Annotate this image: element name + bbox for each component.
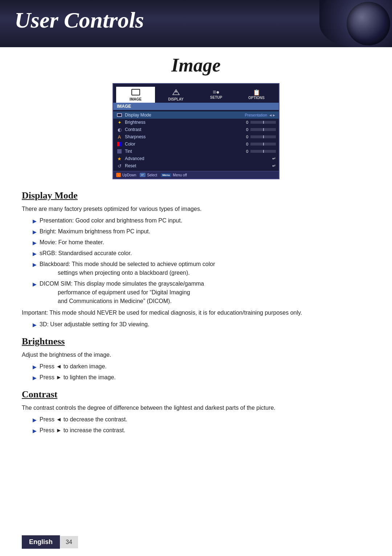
osd-contrast-slider-fill	[263, 128, 264, 131]
osd-tab-setup-label: SETUP	[198, 95, 234, 99]
menu-icon: Menu	[161, 173, 171, 177]
osd-reset-enter: ↵	[272, 163, 276, 168]
advanced-star-icon: ★	[117, 156, 122, 162]
contrast-list: ▶ Press ◄ to decrease the contrast. ▶ Pr…	[33, 415, 370, 435]
list-item: ▶ Press ► to increase the contrast.	[33, 426, 370, 435]
osd-brightness-slider-fill	[263, 121, 264, 124]
bullet-text: Press ◄ to darken image.	[40, 362, 370, 371]
bullet-arrow-icon: ▶	[33, 281, 37, 288]
list-item: ▶ Blackboard: This mode should be select…	[33, 260, 370, 277]
osd-sharpness-slider-fill	[263, 135, 264, 138]
osd-brightness-label: Brightness	[125, 120, 241, 125]
bullet-arrow-icon: ▶	[33, 374, 37, 382]
osd-tab-display[interactable]: DISPLAY	[156, 87, 195, 103]
bullet-arrow-icon: ▶	[33, 228, 37, 236]
bullet-arrow-icon: ▶	[33, 239, 37, 247]
bullet-arrow-icon: ▶	[33, 217, 37, 225]
sharpness-icon: A	[116, 134, 123, 139]
select-icon: ↵	[140, 173, 146, 177]
osd-tab-display-label: DISPLAY	[158, 97, 194, 101]
osd-reset-label: Reset	[125, 163, 272, 168]
osd-advanced-enter: ↵	[272, 156, 276, 161]
osd-sharpness-label: Sharpness	[125, 134, 241, 139]
display-mode-icon	[116, 113, 123, 118]
display-mode-list: ▶ Presentation: Good color and brightnes…	[33, 216, 370, 306]
osd-options-icon: 📋	[238, 89, 274, 96]
osd-display-mode-arrows: ◄►	[269, 113, 276, 117]
osd-color-slider	[250, 143, 276, 146]
list-item: ▶ Movie: For home theater.	[33, 238, 370, 247]
list-item: ▶ Press ◄ to darken image.	[33, 362, 370, 371]
osd-row-sharpness[interactable]: A Sharpness 0	[113, 133, 279, 140]
bullet-text: Blackboard: This mode should be selected…	[40, 260, 370, 277]
osd-tint-label: Tint	[125, 149, 241, 154]
page-footer: English 34	[0, 535, 392, 549]
osd-tab-options[interactable]: 📋 OPTIONS	[237, 87, 276, 103]
image-section-title: Image	[22, 54, 370, 76]
tint-box-icon	[117, 149, 122, 154]
bullet-text: Press ► to lighten the image.	[40, 373, 370, 382]
list-item: ▶ sRGB: Standardised accurate color.	[33, 249, 370, 258]
osd-row-advanced[interactable]: ★ Advanced ↵	[113, 155, 279, 162]
osd-footer-select: ↵ Select	[140, 173, 157, 177]
osd-footer-menu-label: Menu off	[173, 173, 187, 177]
osd-row-brightness[interactable]: ✦ Brightness 0	[113, 119, 279, 126]
bullet-arrow-icon: ▶	[33, 363, 37, 371]
list-item: ▶ Presentation: Good color and brightnes…	[33, 216, 370, 225]
page-title: User Controls	[15, 7, 144, 33]
svg-rect-0	[132, 89, 140, 95]
osd-setup-icon: ≡●	[198, 89, 234, 95]
updown-icon: ⬦	[116, 173, 121, 177]
footer-language: English	[22, 535, 60, 549]
osd-advanced-label: Advanced	[125, 156, 272, 161]
osd-contrast-value: 0	[241, 127, 248, 132]
bullet-arrow-icon: ▶	[33, 250, 37, 258]
display-mode-intro: There are many factory presets optimized…	[22, 205, 370, 213]
osd-contrast-slider	[250, 128, 276, 131]
osd-contrast-label: Contrast	[125, 127, 241, 132]
list-item: ▶ 3D: User adjustable setting for 3D vie…	[33, 320, 370, 329]
osd-row-color[interactable]: Color 0	[113, 140, 279, 148]
osd-row-display-mode[interactable]: Display Mode Presentation ◄►	[113, 111, 279, 119]
reset-icon: ↺	[116, 163, 123, 168]
brightness-sun-icon: ✦	[118, 120, 122, 125]
osd-tint-slider-fill	[263, 150, 264, 153]
brightness-intro: Adjust the brightness of the image.	[22, 351, 370, 359]
bullet-arrow-icon: ▶	[33, 416, 37, 424]
osd-color-slider-fill	[263, 143, 264, 146]
osd-brightness-value: 0	[241, 120, 248, 124]
list-item: ▶ Press ◄ to decrease the contrast.	[33, 415, 370, 424]
advanced-icon: ★	[116, 156, 123, 161]
bullet-arrow-icon: ▶	[33, 321, 37, 329]
reset-arrow-icon: ↺	[118, 163, 122, 169]
osd-tab-options-label: OPTIONS	[238, 96, 274, 100]
osd-tabs: IMAGE DISPLAY ≡● SETUP 📋 OPTIONS	[113, 84, 279, 103]
osd-image-icon	[118, 89, 154, 97]
bullet-text: Bright: Maximum brightness from PC input…	[40, 227, 370, 236]
svg-point-1	[175, 91, 177, 93]
osd-row-tint[interactable]: Tint 0	[113, 148, 279, 155]
brightness-list: ▶ Press ◄ to darken image. ▶ Press ► to …	[33, 362, 370, 382]
bullet-text: Press ◄ to decrease the contrast.	[40, 415, 370, 424]
bullet-text: DICOM SIM: This display mode simulates t…	[40, 279, 370, 306]
osd-section-header: IMAGE	[113, 103, 279, 110]
osd-row-reset[interactable]: ↺ Reset ↵	[113, 162, 279, 169]
osd-display-mode-value: Presentation	[245, 113, 267, 117]
bullet-text: Presentation: Good color and brightness …	[40, 216, 370, 225]
color-box-icon	[117, 142, 122, 146]
osd-tab-setup[interactable]: ≡● SETUP	[197, 87, 236, 103]
osd-brightness-slider	[250, 121, 276, 124]
osd-row-contrast[interactable]: ◐ Contrast 0	[113, 126, 279, 133]
bullet-arrow-icon: ▶	[33, 261, 37, 269]
tint-icon	[116, 149, 123, 154]
osd-tint-value: 0	[241, 149, 248, 154]
osd-tab-image[interactable]: IMAGE	[116, 87, 155, 103]
osd-body: Display Mode Presentation ◄► ✦ Brightnes…	[113, 110, 279, 171]
contrast-heading: Contrast	[22, 389, 370, 400]
display-mode-3d-list: ▶ 3D: User adjustable setting for 3D vie…	[33, 320, 370, 329]
osd-footer-updown: ⬦ UpDown	[116, 173, 136, 177]
list-item: ▶ DICOM SIM: This display mode simulates…	[33, 279, 370, 306]
list-item: ▶ Bright: Maximum brightness from PC inp…	[33, 227, 370, 236]
osd-menu: IMAGE DISPLAY ≡● SETUP 📋 OPTIONS	[113, 83, 279, 179]
footer-page-number: 34	[60, 536, 78, 548]
